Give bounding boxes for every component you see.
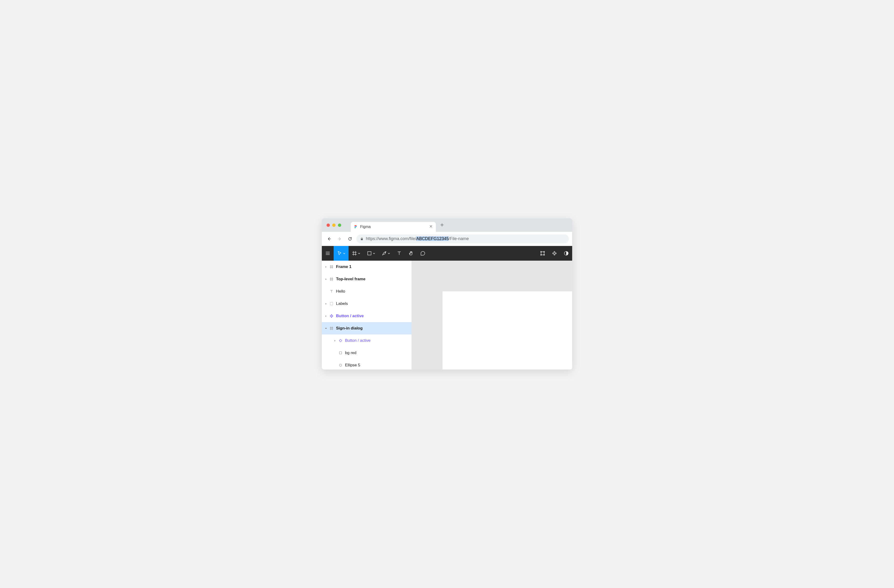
browser-tab[interactable]: Figma <box>351 222 436 232</box>
ellipse-icon <box>338 363 343 367</box>
comment-icon <box>420 251 426 256</box>
svg-point-2 <box>355 226 356 227</box>
window-close-button[interactable] <box>326 223 330 227</box>
artboard[interactable] <box>442 291 572 369</box>
mask-button[interactable] <box>560 246 572 261</box>
window-zoom-button[interactable] <box>338 223 341 227</box>
disclosure-triangle-icon[interactable] <box>324 265 328 268</box>
svg-point-0 <box>355 225 356 226</box>
disclosure-triangle-icon[interactable] <box>324 314 328 318</box>
nav-reload-button[interactable] <box>346 235 354 243</box>
browser-window: Figma https://www.figma.com/file/ABCDEFG… <box>322 218 572 370</box>
hand-tool-button[interactable] <box>405 246 417 261</box>
svg-rect-7 <box>544 252 545 252</box>
edit-object-button[interactable] <box>537 246 548 261</box>
layer-name: Hello <box>336 289 345 294</box>
disclosure-triangle-icon[interactable] <box>324 277 328 281</box>
component-icon <box>552 251 557 256</box>
figma-workspace: Frame 1Top-level frameHelloLabelsButton … <box>322 261 572 369</box>
svg-rect-12 <box>339 352 342 354</box>
create-component-button[interactable] <box>548 246 560 261</box>
text-icon <box>329 289 334 294</box>
frame-icon <box>329 277 334 281</box>
figma-toolbar <box>322 246 572 261</box>
browser-tab-title: Figma <box>360 225 429 229</box>
disclosure-triangle-icon[interactable] <box>333 339 337 342</box>
main-menu-button[interactable] <box>322 246 334 261</box>
shape-tool-button[interactable] <box>364 246 378 261</box>
url-prefix: https://www.figma.com/file/ <box>366 236 416 241</box>
chevron-down-icon <box>373 251 375 255</box>
tab-close-button[interactable] <box>429 225 433 229</box>
url-text: https://www.figma.com/file/ABCDEFG12345/… <box>366 236 469 241</box>
lock-icon <box>360 237 364 241</box>
layer-row[interactable]: Top-level frame <box>322 273 412 285</box>
svg-point-1 <box>356 225 357 226</box>
browser-tab-strip: Figma <box>322 219 572 232</box>
nav-back-button[interactable] <box>325 235 333 243</box>
url-file-id-selected: ABCDEFG12345 <box>416 236 449 241</box>
move-tool-button[interactable] <box>334 246 349 261</box>
frame-icon <box>352 251 357 256</box>
figma-favicon-icon <box>353 225 358 229</box>
chevron-down-icon <box>388 251 390 255</box>
hand-icon <box>408 251 414 256</box>
new-tab-button[interactable] <box>440 223 444 228</box>
layer-name: Sign-in dialog <box>336 326 362 331</box>
layer-row[interactable]: Button / active <box>322 310 412 322</box>
instance-icon <box>338 338 343 343</box>
svg-rect-9 <box>544 255 545 255</box>
layer-row[interactable]: bg red <box>322 347 412 359</box>
canvas[interactable] <box>412 261 572 369</box>
layer-name: Ellipse 5 <box>345 363 360 368</box>
layer-name: Frame 1 <box>336 264 351 269</box>
frame-icon <box>329 326 334 330</box>
rectangle-icon <box>338 351 343 355</box>
frame-tool-button[interactable] <box>349 246 364 261</box>
layers-panel[interactable]: Frame 1Top-level frameHelloLabelsButton … <box>322 261 412 369</box>
svg-rect-5 <box>368 252 371 255</box>
pen-tool-button[interactable] <box>378 246 393 261</box>
url-suffix: /File-name <box>449 236 469 241</box>
comment-tool-button[interactable] <box>417 246 429 261</box>
frame-icon <box>329 265 334 269</box>
window-minimize-button[interactable] <box>332 223 335 227</box>
disclosure-triangle-icon[interactable] <box>324 327 328 330</box>
text-icon <box>397 251 402 256</box>
disclosure-triangle-icon[interactable] <box>324 302 328 305</box>
section-icon <box>329 302 334 306</box>
svg-point-13 <box>339 364 342 366</box>
address-bar[interactable]: https://www.figma.com/file/ABCDEFG12345/… <box>356 234 569 243</box>
chevron-down-icon <box>358 251 360 255</box>
layer-row[interactable]: Sign-in dialog <box>322 322 412 335</box>
svg-rect-8 <box>541 255 542 255</box>
layer-name: Labels <box>336 302 348 306</box>
layer-name: Top-level frame <box>336 277 365 282</box>
svg-rect-6 <box>541 252 542 252</box>
svg-rect-11 <box>330 302 333 305</box>
window-controls <box>326 223 341 227</box>
component-icon <box>329 314 334 318</box>
mask-icon <box>564 251 569 256</box>
browser-omnibar: https://www.figma.com/file/ABCDEFG12345/… <box>322 232 572 246</box>
layer-row[interactable]: Button / active <box>322 335 412 347</box>
nav-forward-button[interactable] <box>335 235 344 243</box>
layer-name: Button / active <box>345 338 371 343</box>
text-tool-button[interactable] <box>393 246 405 261</box>
rectangle-icon <box>367 251 372 256</box>
chevron-down-icon <box>343 251 345 255</box>
svg-point-3 <box>356 226 357 227</box>
pen-icon <box>382 251 387 256</box>
vector-edit-icon <box>540 251 545 256</box>
layer-row[interactable]: Frame 1 <box>322 261 412 273</box>
layer-name: bg red <box>345 351 356 355</box>
layer-name: Button / active <box>336 314 364 318</box>
layer-row[interactable]: Labels <box>322 297 412 310</box>
layer-row[interactable]: Ellipse 5 <box>322 359 412 369</box>
hamburger-icon <box>325 251 330 256</box>
svg-point-4 <box>355 227 356 229</box>
layer-row[interactable]: Hello <box>322 285 412 297</box>
cursor-icon <box>337 251 342 256</box>
